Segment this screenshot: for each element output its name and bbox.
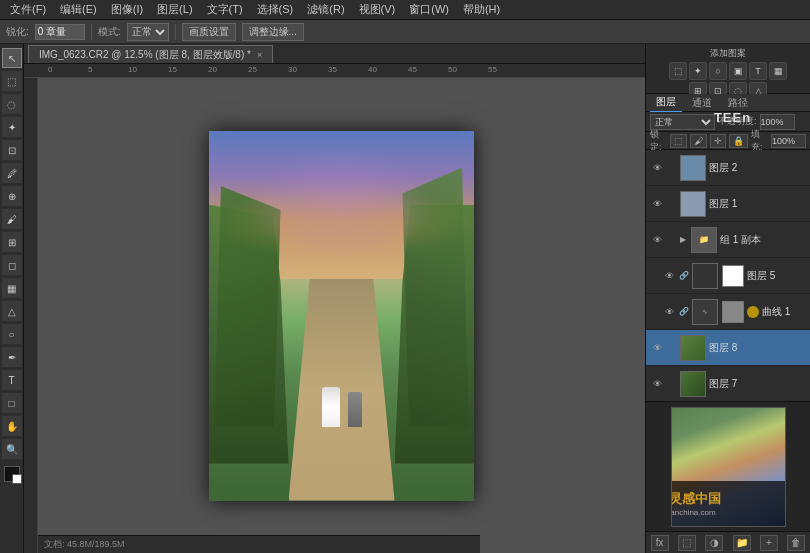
fill-input[interactable] [771, 134, 806, 148]
layer-eye-5[interactable]: 👁 [662, 269, 676, 283]
menu-image[interactable]: 图像(I) [105, 0, 149, 19]
heal-tool[interactable]: ⊕ [2, 186, 22, 206]
layer-eye-2[interactable]: 👁 [650, 161, 664, 175]
gradient-tool[interactable]: ▦ [2, 278, 22, 298]
file-tab-name: IMG_0623.CR2 @ 12.5% (图层 8, 图层效版/8) * [39, 48, 251, 62]
lock-transparent-btn[interactable]: ⬚ [670, 134, 687, 148]
layer-thumb-7 [680, 371, 706, 397]
status-bar: 文档: 45.8M/189.5M [38, 535, 480, 553]
right-tool-buttons: ⬚ ✦ ○ ▣ T ▦ [649, 62, 807, 80]
footer-btn-group[interactable]: 📁 [733, 535, 751, 551]
menu-layer[interactable]: 图层(L) [151, 0, 198, 19]
footer-btn-adj[interactable]: ◑ [705, 535, 723, 551]
sharpen-input[interactable] [35, 24, 85, 40]
layer-eye-7[interactable]: 👁 [650, 377, 664, 391]
file-tab-active[interactable]: IMG_0623.CR2 @ 12.5% (图层 8, 图层效版/8) * × [28, 45, 273, 63]
tool-btn-4[interactable]: ▣ [729, 62, 747, 80]
hand-tool[interactable]: ✋ [2, 416, 22, 436]
footer-btn-new[interactable]: + [760, 535, 778, 551]
toolbar: 锐化: 模式: 正常 画质设置 调整边缘... [0, 20, 810, 44]
teen-label: TEEn [714, 110, 751, 125]
clone-tool[interactable]: ⊞ [2, 232, 22, 252]
photo-container [209, 131, 474, 501]
canvas-viewport[interactable]: 文档: 45.8M/189.5M [38, 78, 645, 553]
tool-btn-2[interactable]: ✦ [689, 62, 707, 80]
logo-en-text: lingganchina.com [671, 508, 716, 517]
layer-chain-1 [667, 197, 677, 211]
dodge-tool[interactable]: ○ [2, 324, 22, 344]
layer-item-8[interactable]: 👁 图层 8 [646, 330, 810, 366]
layer-item-curves1[interactable]: 👁 🔗 ∿ 曲线 1 [646, 294, 810, 330]
mode-select[interactable]: 正常 [127, 23, 169, 41]
layer-eye-g1[interactable]: 👁 [650, 233, 664, 247]
layer-thumb-c1: ∿ [692, 299, 718, 325]
menu-edit[interactable]: 编辑(E) [54, 0, 103, 19]
layer-thumb-2 [680, 155, 706, 181]
layer-info-8: 图层 8 [709, 341, 806, 355]
footer-btn-fx[interactable]: fx [651, 535, 669, 551]
zoom-tool[interactable]: 🔍 [2, 439, 22, 459]
layer-item-5[interactable]: 👁 🔗 图层 5 [646, 258, 810, 294]
menu-help[interactable]: 帮助(H) [457, 0, 506, 19]
foreground-color[interactable] [4, 466, 20, 482]
thumbnail-image: 灵 灵感中国 lingganchina.com [671, 407, 786, 527]
file-tab-close[interactable]: × [257, 50, 262, 60]
ruler-label-30: 30 [288, 65, 297, 74]
layer-info-1: 图层 1 [709, 197, 806, 211]
brush-tool[interactable]: 🖌 [2, 209, 22, 229]
lock-position-btn[interactable]: ✛ [710, 134, 726, 148]
ruler-label-25: 25 [248, 65, 257, 74]
tool-btn-6[interactable]: ▦ [769, 62, 787, 80]
layer-eye-c1[interactable]: 👁 [662, 305, 676, 319]
layer-item-7[interactable]: 👁 图层 7 [646, 366, 810, 401]
blur-tool[interactable]: △ [2, 301, 22, 321]
layer-chain-7 [667, 377, 677, 391]
layers-list[interactable]: 👁 图层 2 👁 图层 1 👁 ▶ 📁 [646, 150, 810, 401]
layer-item-group1[interactable]: 👁 ▶ 📁 组 1 副本 [646, 222, 810, 258]
layer-item-1[interactable]: 👁 图层 1 [646, 186, 810, 222]
toolbar-divider-2 [175, 24, 176, 40]
footer-btn-delete[interactable]: 🗑 [787, 535, 805, 551]
footer-btn-mask[interactable]: ⬚ [678, 535, 696, 551]
erase-tool[interactable]: ◻ [2, 255, 22, 275]
layer-info-2: 图层 2 [709, 161, 806, 175]
layer-chain-2 [667, 161, 677, 175]
group-expand-icon[interactable]: ▶ [680, 235, 686, 244]
refine-button[interactable]: 调整边缘... [242, 23, 304, 41]
ruler-label-45: 45 [408, 65, 417, 74]
layer-eye-8[interactable]: 👁 [650, 341, 664, 355]
menu-select[interactable]: 选择(S) [251, 0, 300, 19]
tool-btn-1[interactable]: ⬚ [669, 62, 687, 80]
crop-tool[interactable]: ⊡ [2, 140, 22, 160]
layer-name-8: 图层 8 [709, 341, 806, 355]
vertical-ruler [24, 78, 38, 553]
layer-eye-1[interactable]: 👁 [650, 197, 664, 211]
lasso-tool[interactable]: ◌ [2, 94, 22, 114]
layer-mask-5 [722, 265, 744, 287]
menu-filter[interactable]: 滤镜(R) [301, 0, 350, 19]
layer-name-g1: 组 1 副本 [720, 233, 806, 247]
magic-wand-tool[interactable]: ✦ [2, 117, 22, 137]
lock-row: 锁定: ⬚ 🖌 ✛ 🔒 填充: [646, 132, 810, 150]
lock-pixels-btn[interactable]: 🖌 [690, 134, 707, 148]
lock-all-btn[interactable]: 🔒 [729, 134, 748, 148]
layer-thumb-g1: 📁 [691, 227, 717, 253]
sharpen-label: 锐化: [6, 25, 29, 39]
menu-view[interactable]: 视图(V) [353, 0, 402, 19]
figure-groom [348, 392, 362, 427]
quality-button[interactable]: 画质设置 [182, 23, 236, 41]
text-tool[interactable]: T [2, 370, 22, 390]
tool-btn-5[interactable]: T [749, 62, 767, 80]
layer-name-5: 图层 5 [747, 269, 806, 283]
layer-name-7: 图层 7 [709, 377, 806, 391]
menu-text[interactable]: 文字(T) [201, 0, 249, 19]
select-tool[interactable]: ⬚ [2, 71, 22, 91]
layer-item-2[interactable]: 👁 图层 2 [646, 150, 810, 186]
pen-tool[interactable]: ✒ [2, 347, 22, 367]
shape-tool[interactable]: □ [2, 393, 22, 413]
move-tool[interactable]: ↖ [2, 48, 22, 68]
menu-window[interactable]: 窗口(W) [403, 0, 455, 19]
eyedropper-tool[interactable]: 🖉 [2, 163, 22, 183]
menu-file[interactable]: 文件(F) [4, 0, 52, 19]
tool-btn-3[interactable]: ○ [709, 62, 727, 80]
